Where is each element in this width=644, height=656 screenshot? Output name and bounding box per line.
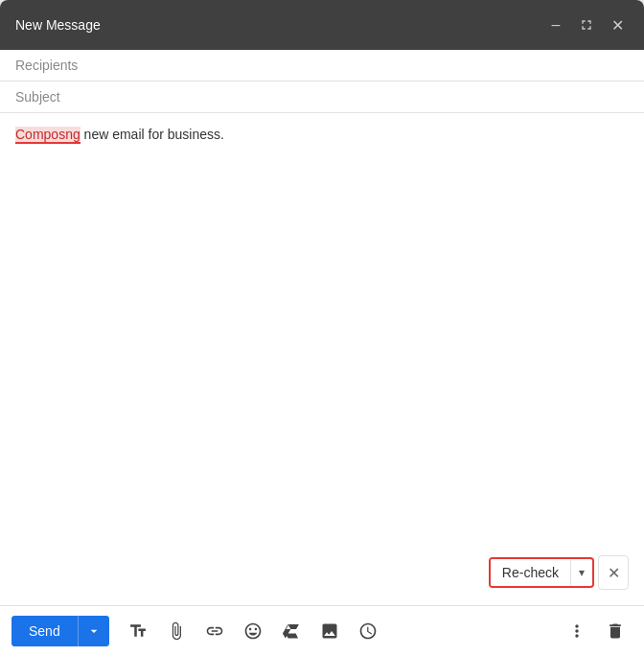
minimize-button[interactable]: – xyxy=(544,13,567,36)
compose-body[interactable]: Composng new email for business. Re-chec… xyxy=(0,113,644,605)
recipients-field xyxy=(0,50,644,82)
schedule-send-button[interactable] xyxy=(351,614,385,648)
recheck-button-group: Re-check ▾ xyxy=(489,557,594,588)
body-text-after: new email for business. xyxy=(80,127,224,142)
misspelled-word: Composng xyxy=(15,127,80,144)
format-text-button[interactable] xyxy=(121,614,155,648)
compose-text: Composng new email for business. xyxy=(15,125,629,145)
subject-field xyxy=(0,82,644,113)
send-button-group: Send xyxy=(12,616,109,646)
compose-title: New Message xyxy=(15,17,101,33)
more-options-button[interactable] xyxy=(560,614,594,648)
insert-photo-button[interactable] xyxy=(312,614,347,648)
send-dropdown-button[interactable] xyxy=(79,616,109,646)
close-button[interactable]: ✕ xyxy=(606,13,629,36)
recipients-input[interactable] xyxy=(15,58,629,73)
recheck-dropdown-button[interactable]: ▾ xyxy=(570,560,592,585)
compose-window: New Message – ✕ Composng new email for b… xyxy=(0,0,644,656)
attach-file-button[interactable] xyxy=(159,614,194,648)
expand-button[interactable] xyxy=(575,13,598,36)
recheck-button[interactable]: Re-check xyxy=(491,559,570,586)
recheck-close-button[interactable]: ✕ xyxy=(598,555,629,590)
send-button[interactable]: Send xyxy=(12,616,79,646)
insert-emoji-button[interactable] xyxy=(236,614,270,648)
subject-input[interactable] xyxy=(15,89,629,105)
recheck-container: Re-check ▾ ✕ xyxy=(489,555,629,590)
compose-footer: Send xyxy=(0,605,644,656)
header-actions: – ✕ xyxy=(544,13,629,36)
insert-link-button[interactable] xyxy=(197,614,232,648)
insert-drive-button[interactable] xyxy=(274,614,309,648)
compose-header: New Message – ✕ xyxy=(0,0,644,50)
delete-button[interactable] xyxy=(598,614,632,648)
recheck-dropdown-icon: ▾ xyxy=(579,566,585,579)
